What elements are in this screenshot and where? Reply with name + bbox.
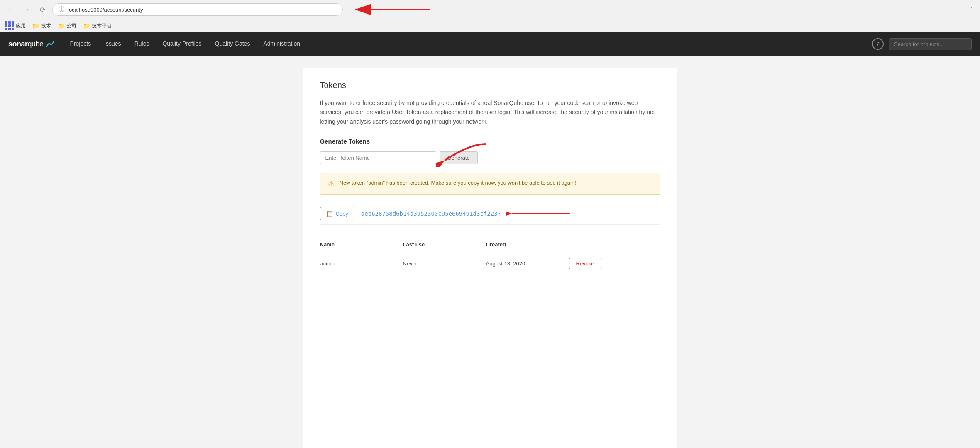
- token-value: aeb628758d6b14a3952300c95e669491d3cf2237: [361, 210, 501, 217]
- section-title: Tokens: [320, 80, 660, 90]
- address-arrow: [347, 3, 438, 16]
- nav-administration[interactable]: Administration: [257, 32, 306, 56]
- nav-issues[interactable]: Issues: [98, 32, 127, 56]
- copy-button-label: Copy: [336, 211, 348, 217]
- bookmark-apps-label: 应用: [16, 22, 26, 29]
- main-content: Tokens If you want to enforce security b…: [0, 56, 980, 448]
- folder-icon-company: 📁: [58, 22, 65, 29]
- col-created: Created: [486, 237, 569, 252]
- bookmarks-bar: 应用 📁 技术 📁 公司 📁 技术平台: [0, 19, 980, 32]
- logo-wave-icon: [46, 41, 54, 47]
- token-notification: ⚠ New token "admin" has been created. Ma…: [320, 173, 660, 195]
- browser-chrome: ← → ⟳ ⓘ ⋮ 应用: [0, 0, 980, 32]
- table-row: admin Never August 13, 2020 Revoke: [320, 252, 660, 275]
- token-arrow: [506, 209, 572, 219]
- token-action-cell: Revoke: [569, 252, 660, 275]
- nav-rules[interactable]: Rules: [129, 32, 155, 56]
- col-last-use: Last use: [403, 237, 486, 252]
- tokens-table: Name Last use Created admin Never August…: [320, 237, 660, 275]
- nav-quality-profiles[interactable]: Quality Profiles: [156, 32, 207, 56]
- generate-arrow: [436, 142, 490, 167]
- secure-icon: ⓘ: [59, 6, 64, 13]
- settings-icon: ⋮: [968, 6, 975, 14]
- warning-icon: ⚠: [328, 179, 335, 188]
- token-copy-row: 📋 Copy aeb628758d6b14a3952300c95e669491d…: [320, 203, 660, 225]
- token-name-input[interactable]: [320, 151, 436, 164]
- search-input[interactable]: [889, 38, 972, 50]
- revoke-button[interactable]: Revoke: [569, 258, 601, 269]
- address-bar[interactable]: ⓘ: [52, 3, 343, 16]
- refresh-button[interactable]: ⟳: [37, 4, 48, 15]
- bookmark-company-label: 公司: [66, 22, 76, 29]
- bookmark-apps[interactable]: 应用: [5, 21, 26, 30]
- sonarqube-navbar: sonarqube Projects Issues Rules Quality …: [0, 32, 980, 56]
- token-created-cell: August 13, 2020: [486, 252, 569, 275]
- nav-quality-gates[interactable]: Quality Gates: [209, 32, 256, 56]
- table-header-row: Name Last use Created: [320, 237, 660, 252]
- apps-grid-icon: [5, 21, 14, 30]
- notification-text: New token "admin" has been created. Make…: [340, 179, 576, 187]
- address-input[interactable]: [68, 7, 337, 13]
- sonarqube-logo[interactable]: sonarqube: [8, 40, 54, 49]
- forward-button[interactable]: →: [21, 4, 32, 15]
- generate-tokens-title: Generate Tokens: [320, 138, 370, 145]
- nav-right: ?: [872, 38, 972, 50]
- content-area: Tokens If you want to enforce security b…: [303, 68, 677, 448]
- bookmark-tech[interactable]: 📁 技术: [32, 22, 51, 29]
- generate-tokens-row: Generate: [320, 151, 660, 164]
- logo-text: sonarqube: [8, 40, 44, 49]
- token-value-container: aeb628758d6b14a3952300c95e669491d3cf2237: [361, 209, 572, 219]
- nav-projects[interactable]: Projects: [64, 32, 97, 56]
- folder-icon-tech: 📁: [32, 22, 39, 29]
- section-description: If you want to enforce security by not p…: [320, 98, 660, 126]
- copy-button[interactable]: 📋 Copy: [320, 207, 354, 220]
- col-name: Name: [320, 237, 403, 252]
- bookmark-tech-label: 技术: [41, 22, 51, 29]
- col-action: [569, 237, 660, 252]
- back-button[interactable]: ←: [5, 4, 17, 15]
- token-name-cell: admin: [320, 252, 403, 275]
- token-last-use-cell: Never: [403, 252, 486, 275]
- copy-icon: 📋: [326, 210, 333, 217]
- bookmark-techplatform[interactable]: 📁 技术平台: [83, 22, 112, 29]
- browser-toolbar: ← → ⟳ ⓘ ⋮: [0, 0, 980, 19]
- help-button[interactable]: ?: [872, 38, 884, 50]
- bookmark-techplatform-label: 技术平台: [92, 22, 112, 29]
- folder-icon-techplatform: 📁: [83, 22, 90, 29]
- bookmark-company[interactable]: 📁 公司: [58, 22, 76, 29]
